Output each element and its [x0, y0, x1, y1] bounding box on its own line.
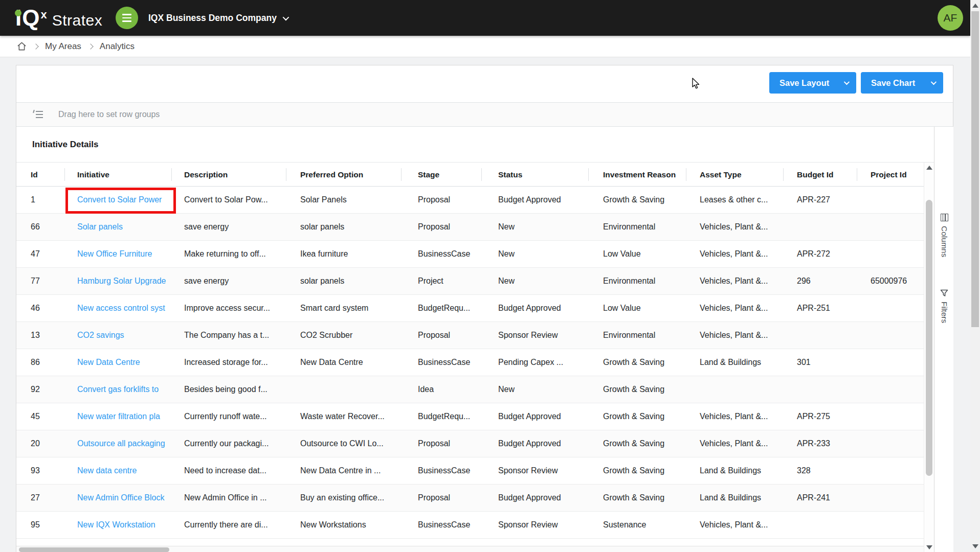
row-groups-dropzone[interactable]: Drag here to set row groups	[16, 102, 953, 127]
initiative-link[interactable]: New IQX Workstation	[77, 520, 155, 530]
cell-asset_type: Vehicles, Plant &...	[686, 295, 784, 321]
scrollbar-thumb[interactable]	[19, 547, 169, 552]
table-row: 86New Data CentreIncreased storage for..…	[16, 349, 924, 376]
initiative-link[interactable]: New Office Furniture	[77, 249, 152, 259]
company-selector[interactable]: IQX Business Demo Company	[148, 0, 287, 36]
column-header-initiative[interactable]: Initiative	[65, 163, 172, 187]
table-row: 1Convert to Solar PowerConvert to Solar …	[16, 187, 924, 214]
table-row: 46New access control systImprove access …	[16, 295, 924, 322]
page-scrollbar[interactable]	[970, 0, 980, 552]
cell-description: Convert to Solar Pow...	[172, 187, 286, 213]
cell-stage: BusinessCase	[402, 241, 482, 267]
column-header-stage[interactable]: Stage	[402, 163, 482, 187]
grid-vertical-scrollbar[interactable]	[924, 163, 934, 552]
company-name: IQX Business Demo Company	[148, 13, 277, 24]
scroll-down-icon[interactable]	[972, 544, 978, 548]
cell-preferred_option: CO2 Scrubber	[286, 322, 402, 349]
cell-stage: Proposal	[402, 430, 482, 457]
cell-preferred_option: New Workstations	[286, 512, 402, 538]
cell-initiative: Hamburg Solar Upgrade	[65, 268, 172, 294]
initiative-link[interactable]: New Data Centre	[77, 358, 140, 367]
cell-budget_id	[784, 512, 857, 538]
save-layout-button[interactable]: Save Layout	[769, 72, 856, 94]
cell-id: 20	[16, 430, 65, 457]
breadcrumb-my-areas[interactable]: My Areas	[45, 41, 81, 52]
cell-budget_id: 301	[784, 349, 857, 376]
cell-budget_id: 328	[784, 457, 857, 484]
breadcrumb-analytics[interactable]: Analytics	[100, 41, 135, 52]
cell-initiative: Convert to Solar Power	[65, 187, 172, 213]
tab-columns[interactable]: Columns	[934, 214, 954, 257]
breadcrumb: My Areas Analytics	[0, 36, 970, 57]
scroll-up-icon[interactable]	[972, 4, 978, 8]
cell-budget_id: APR-241	[784, 485, 857, 511]
cell-id: 95	[16, 512, 65, 538]
cell-status: Budget Approved	[482, 403, 589, 430]
grid-header-row: IdInitiativeDescriptionPreferred OptionS…	[16, 163, 924, 187]
grid-title-bar: Initiative Details	[16, 127, 953, 163]
cell-project_id	[857, 187, 924, 213]
initiative-link[interactable]: CO2 savings	[77, 331, 124, 340]
header-separator	[588, 168, 589, 181]
column-header-budget_id[interactable]: Budget Id	[784, 163, 857, 187]
cell-investment_reason: Growth & Saving	[589, 485, 686, 511]
cell-stage: Proposal	[402, 214, 482, 240]
column-header-project_id[interactable]: Project Id	[857, 163, 924, 187]
cell-budget_id	[784, 376, 857, 403]
scroll-down-icon[interactable]	[926, 545, 932, 549]
column-header-asset_type[interactable]: Asset Type	[686, 163, 784, 187]
cell-project_id	[857, 295, 924, 321]
grid-horizontal-scrollbar[interactable]	[16, 546, 924, 552]
cell-id: 93	[16, 457, 65, 484]
cell-project_id	[857, 322, 924, 349]
cell-status: New	[482, 268, 589, 294]
breadcrumb-separator-icon	[33, 43, 38, 49]
cell-budget_id: 296	[784, 268, 857, 294]
cell-stage: BusinessCase	[402, 512, 482, 538]
tab-filters-label: Filters	[940, 302, 949, 323]
cell-budget_id: APR-233	[784, 430, 857, 457]
avatar[interactable]: AF	[938, 5, 963, 31]
cell-status: Pending Capex ...	[482, 349, 589, 376]
initiative-link[interactable]: Outsource all packaging	[77, 439, 165, 448]
cell-initiative: Outsource all packaging	[65, 430, 172, 457]
scrollbar-thumb[interactable]	[971, 11, 979, 327]
filter-icon	[940, 289, 948, 297]
initiative-link[interactable]: New Admin Office Block	[77, 493, 164, 502]
column-header-description[interactable]: Description	[172, 163, 286, 187]
home-icon[interactable]	[17, 41, 27, 51]
cell-asset_type: Vehicles, Plant &...	[686, 512, 784, 538]
initiative-link[interactable]: Convert to Solar Power	[77, 195, 162, 204]
header-separator	[783, 168, 784, 181]
cell-id: 1	[16, 187, 65, 213]
cell-asset_type: Vehicles, Plant &...	[686, 430, 784, 457]
cell-status: Budget Approved	[482, 187, 589, 213]
cell-asset_type: Vehicles, Plant &...	[686, 214, 784, 240]
initiative-link[interactable]: New data centre	[77, 466, 137, 475]
column-header-investment_reason[interactable]: Investment Reason	[589, 163, 686, 187]
initiative-link[interactable]: Solar panels	[77, 222, 123, 232]
column-header-id[interactable]: Id	[16, 163, 65, 187]
cell-id: 27	[16, 485, 65, 511]
cell-asset_type: Leases & other c...	[686, 187, 784, 213]
cell-project_id	[857, 430, 924, 457]
initiative-link[interactable]: New water filtration pla	[77, 412, 160, 421]
header-separator	[857, 168, 857, 181]
hamburger-menu-button[interactable]	[116, 7, 138, 29]
column-header-preferred_option[interactable]: Preferred Option	[286, 163, 402, 187]
column-header-status[interactable]: Status	[482, 163, 589, 187]
cell-preferred_option: Solar Panels	[286, 187, 402, 213]
scroll-up-icon[interactable]	[926, 166, 932, 170]
save-chart-button[interactable]: Save Chart	[861, 72, 943, 94]
scrollbar-thumb[interactable]	[926, 200, 932, 476]
chevron-down-icon	[844, 79, 850, 85]
cell-stage: BudgetRequ...	[402, 403, 482, 430]
cell-asset_type: Vehicles, Plant &...	[686, 403, 784, 430]
cell-budget_id	[784, 214, 857, 240]
header-separator	[286, 168, 286, 181]
initiative-link[interactable]: New access control syst	[77, 304, 165, 313]
initiative-link[interactable]: Convert gas forklifts to	[77, 385, 159, 394]
initiative-link[interactable]: Hamburg Solar Upgrade	[77, 277, 166, 286]
cell-asset_type: Land & Buildings	[686, 485, 784, 511]
tab-filters[interactable]: Filters	[934, 289, 954, 323]
